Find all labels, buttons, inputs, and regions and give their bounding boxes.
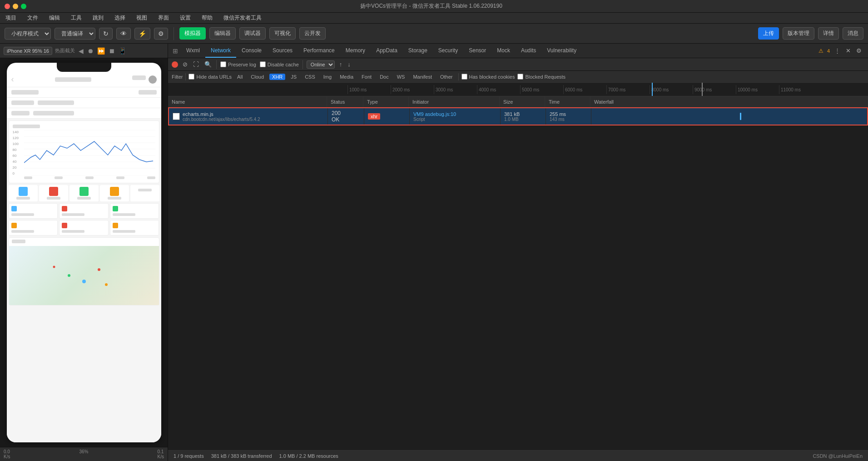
back-button[interactable]: ◀ [79,47,84,55]
table-row[interactable]: echarts.min.js cdn.bootcdn.net/ajax/libs… [168,107,868,125]
sub-item-2[interactable] [59,203,109,219]
message-button[interactable]: 消息 [843,27,863,40]
simulator-button[interactable]: 模拟器 [179,27,206,40]
sub-item-6[interactable] [110,220,159,236]
menu-item-tools[interactable]: 工具 [69,13,84,23]
close-button[interactable] [5,4,10,9]
tab-vulnerability[interactable]: Vulnerability [541,44,582,58]
tab-storage[interactable]: Storage [403,44,433,58]
th-size[interactable]: Size [500,96,545,107]
filter-js[interactable]: JS [288,74,299,80]
initiator-link-echarts[interactable]: VM9 asdebug.js:10 [413,111,456,117]
th-name[interactable]: Name [168,96,327,107]
menu-item-settings[interactable]: 设置 [178,13,193,23]
refresh-button[interactable]: ↻ [99,28,113,40]
tab-network[interactable]: Network [205,44,236,58]
tab-sensor[interactable]: Sensor [463,44,491,58]
filter-xhr[interactable]: XHR [269,74,285,80]
upload-button[interactable]: 上传 [758,27,779,40]
menu-item-file[interactable]: 文件 [25,13,40,23]
screenshot-label[interactable]: 热面截关 [55,47,75,54]
search-icon[interactable]: 🔍 [203,60,213,69]
cat-item-4[interactable] [100,185,129,201]
minimize-button[interactable] [13,4,18,9]
sub-item-4[interactable] [9,220,58,236]
tab-appdata[interactable]: AppData [371,44,403,58]
th-status[interactable]: Status [327,96,363,107]
network-requests-table: Name Status Type Initiator Size Time Wat… [168,96,868,450]
upload-icon[interactable]: ↑ [338,60,343,69]
mode-select[interactable]: 小程序模式 [5,28,51,40]
blocked-requests-checkbox[interactable]: Blocked Requests [517,74,565,80]
menu-item-interface[interactable]: 界面 [156,13,171,23]
menu-item-wechat-devtools[interactable]: 微信开发者工具 [222,13,263,23]
network-throttle-select[interactable]: Online [307,60,335,69]
filter-manifest[interactable]: Manifest [410,74,435,80]
settings-icon[interactable]: ⋮ [833,46,841,55]
stop-button[interactable]: ⏹ [109,47,115,55]
tab-wxml[interactable]: Wxml [181,44,205,58]
marker-9000: 9000 ms [693,85,736,94]
menu-item-help[interactable]: 帮助 [200,13,214,23]
debugger-button[interactable]: 调试器 [239,27,266,40]
compile-button[interactable]: ⚡ [134,28,150,40]
forward-button[interactable]: ⏩ [97,47,105,55]
tab-console[interactable]: Console [236,44,267,58]
cat-item-3[interactable] [69,185,99,201]
cat-item-1[interactable] [9,185,38,201]
preview-button[interactable]: 👁 [116,28,131,40]
th-time[interactable]: Time [545,96,590,107]
cat-item-2[interactable] [39,185,68,201]
th-type[interactable]: Type [363,96,409,107]
back-arrow-icon[interactable]: ‹ [11,75,14,84]
clear-button[interactable]: ⊘ [182,60,188,69]
sub-item-5[interactable] [59,220,109,236]
filter-doc[interactable]: Doc [377,74,392,80]
tab-memory[interactable]: Memory [340,44,371,58]
blocked-cookies-checkbox[interactable]: Has blocked cookies [461,74,515,80]
filter-cloud[interactable]: Cloud [248,74,267,80]
device-select[interactable]: iPhone XR 95% 16 [4,47,52,55]
menu-item-project[interactable]: 项目 [4,13,18,23]
tab-audits[interactable]: Audits [516,44,541,58]
filter-font[interactable]: Font [359,74,374,80]
version-button[interactable]: 版本管理 [783,27,814,40]
preserve-log-checkbox[interactable]: Preserve log [220,61,256,67]
more-icon[interactable]: ✕ [845,46,852,55]
tab-performance[interactable]: Performance [298,44,340,58]
tab-security[interactable]: Security [433,44,463,58]
filter-icon[interactable]: ⛶ [192,60,200,69]
detail-button[interactable]: 详情 [818,27,839,40]
settings-button[interactable]: ⚙ [154,28,168,40]
tab-mock[interactable]: Mock [491,44,516,58]
menu-item-goto[interactable]: 跳到 [91,13,105,23]
menu-item-edit[interactable]: 编辑 [47,13,62,23]
filter-ws[interactable]: WS [394,74,408,80]
hide-data-urls-checkbox[interactable]: Hide data URLs [188,74,232,80]
home-button[interactable]: ⏺ [87,47,94,55]
cat-item-5[interactable] [130,185,159,201]
maximize-button[interactable] [21,4,26,9]
download-icon[interactable]: ↓ [347,60,352,69]
phone-icon[interactable]: 📱 [119,47,126,55]
compile-select[interactable]: 普通编译 [55,28,95,40]
filter-css[interactable]: CSS [302,74,318,80]
th-waterfall[interactable]: Waterfall [590,96,868,107]
menu-item-select[interactable]: 选择 [113,13,127,23]
menu-item-view[interactable]: 视图 [134,13,149,23]
filter-other[interactable]: Other [437,74,456,80]
sub-item-3[interactable] [110,203,159,219]
filter-img[interactable]: Img [321,74,334,80]
disable-cache-checkbox[interactable]: Disable cache [260,61,299,67]
cloud-button[interactable]: 云开发 [299,27,326,40]
visual-button[interactable]: 可视化 [269,27,296,40]
sidebar-toggle-icon[interactable]: ⊞ [170,47,181,55]
filter-media[interactable]: Media [337,74,356,80]
record-button[interactable] [172,61,178,68]
filter-all[interactable]: All [234,74,245,80]
sub-item-1[interactable] [9,203,58,219]
gear-icon[interactable]: ⚙ [855,46,863,55]
editor-button[interactable]: 编辑器 [209,27,236,40]
tab-sources[interactable]: Sources [267,44,298,58]
th-initiator[interactable]: Initiator [409,96,500,107]
